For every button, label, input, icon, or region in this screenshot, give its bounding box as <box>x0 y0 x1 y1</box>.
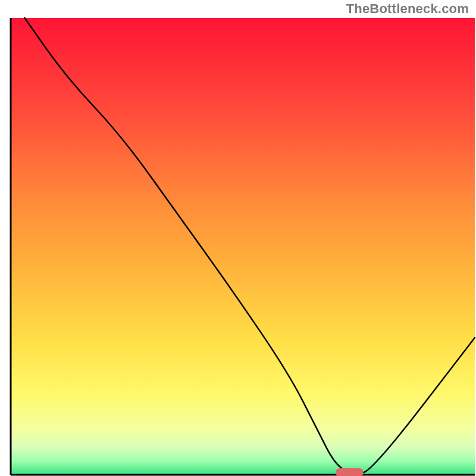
chart-svg <box>0 0 476 476</box>
watermark-text: TheBottleneck.com <box>346 1 469 17</box>
chart-background-gradient <box>11 18 475 475</box>
optimal-range-marker <box>336 468 364 476</box>
bottleneck-chart <box>0 0 476 476</box>
